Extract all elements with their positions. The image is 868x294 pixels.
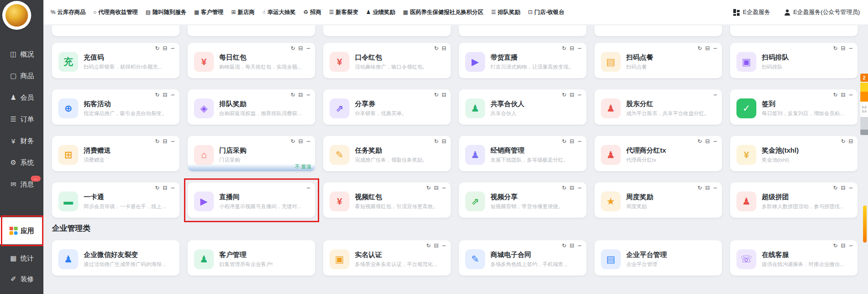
sync-icon[interactable]: ↻ — [833, 46, 838, 51]
sync-icon[interactable]: ↻ — [841, 139, 845, 144]
link-icon[interactable]: ∽ — [170, 185, 175, 191]
nav-item-12[interactable]: ⊡门店-收银台 — [528, 9, 565, 16]
print-icon[interactable]: ⊟ — [841, 46, 845, 51]
link-icon[interactable]: ∽ — [849, 185, 853, 191]
link-icon[interactable]: ∽ — [577, 185, 582, 191]
link-icon[interactable]: ∽ — [306, 185, 311, 191]
sync-icon[interactable]: ↻ — [426, 243, 431, 248]
app-card-带货直播[interactable]: ↻⊟∽▶带货直播打造沉浸式购物，让流量高效变现。 — [459, 43, 586, 78]
nav-item-10[interactable]: ▦医药养生保健报社兑换积分区 — [403, 9, 483, 16]
app-card-扫码排队[interactable]: ↻⊟∽▣扫码排队扫码排队 — [730, 43, 858, 78]
link-icon[interactable]: ∽ — [306, 92, 311, 98]
print-icon[interactable]: ⊟ — [570, 139, 574, 144]
link-icon[interactable]: ∽ — [713, 185, 717, 191]
sync-icon[interactable]: ↻ — [833, 185, 838, 191]
app-card-经销商管理[interactable]: ↻⊟∽♟经销商管理发展下线团队，多等级极差分红。 — [459, 136, 586, 171]
sync-icon[interactable]: ↻ — [155, 139, 160, 144]
print-icon[interactable]: ⊟ — [705, 46, 710, 51]
app-card-签到[interactable]: ↻⊟∽✓签到每日签到，反复到店，增加会员粘... — [730, 89, 858, 125]
sync-icon[interactable]: ↻ — [698, 139, 702, 144]
nav-item-5[interactable]: ⊞新店商 — [231, 9, 255, 16]
sidebar-item-应用[interactable]: 应用 — [0, 217, 43, 244]
print-icon[interactable]: ⊟ — [841, 92, 845, 98]
app-card-代理商分红tx[interactable]: ↻⊟∽♟代理商分红tx代理商分红tx — [594, 136, 722, 171]
sync-icon[interactable]: ↻ — [562, 92, 566, 98]
print-icon[interactable]: ⊟ — [570, 46, 574, 51]
sync-icon[interactable]: ↻ — [562, 243, 566, 248]
app-logo[interactable] — [2, 1, 31, 30]
app-card-企业微信好友裂变[interactable]: ♟企业微信好友裂变通过活动推广生成带推广码的海报... — [52, 240, 179, 275]
link-icon[interactable]: ∽ — [577, 139, 582, 144]
nav-item-11[interactable]: ☰排队奖励 — [491, 9, 520, 16]
sidebar-item-财务[interactable]: ¥财务 — [0, 132, 43, 150]
print-icon[interactable]: ⊟ — [163, 139, 167, 144]
sync-icon[interactable]: ↻ — [562, 185, 566, 191]
app-card-商城电子合同[interactable]: ↻⊟∽✎商城电子合同多场多角色线上签约，手机端查... — [459, 240, 586, 275]
app-card-每日红包[interactable]: ↻⊟∽¥每日红包购物返现，每天抢红包，实现全额... — [188, 43, 315, 78]
sync-icon[interactable]: ↻ — [155, 46, 160, 51]
print-icon[interactable]: ⊟ — [442, 46, 446, 51]
link-icon[interactable]: ∽ — [577, 92, 582, 98]
print-icon[interactable]: ⊟ — [298, 46, 303, 51]
link-icon[interactable]: ∽ — [849, 46, 853, 51]
app-card-充值码[interactable]: ↻⊟∽充充值码扫码立即锁客，获得积分/余额充... — [52, 43, 179, 78]
nav-item-7[interactable]: ♻招商 — [303, 9, 321, 16]
link-icon[interactable]: ∽ — [170, 139, 175, 144]
print-icon[interactable]: ⊟ — [298, 92, 303, 98]
print-icon[interactable]: ⊟ — [434, 243, 439, 248]
print-icon[interactable]: ⊟ — [163, 46, 167, 51]
link-icon[interactable]: ∽ — [170, 92, 175, 98]
pin-tag[interactable]: 不 置顶 — [295, 163, 311, 170]
link-icon[interactable]: ∽ — [849, 243, 853, 248]
app-card-奖金池(txhl)[interactable]: ↻⊟¥奖金池(txhl)奖金池(txhl) — [730, 136, 858, 171]
sync-icon[interactable]: ↻ — [155, 92, 160, 98]
app-card-视频分享[interactable]: ↻⊟∽⇗视频分享短视频营销，带货传播更便捷。 — [459, 182, 586, 218]
app-card-一卡通[interactable]: ↻⊟∽▬一卡通同步会员等级，一卡通在手，线上... — [52, 182, 179, 218]
sync-icon[interactable]: ↻ — [562, 46, 566, 51]
sync-icon[interactable]: ↻ — [833, 92, 838, 98]
app-card-分享券[interactable]: ↻⊟⇗分享券分享锁客，优惠买单。 — [323, 89, 451, 125]
app-card-共享合伙人[interactable]: ↻⊟∽♟共享合伙人共享合伙人 — [459, 89, 586, 125]
link-icon[interactable]: ∽ — [713, 92, 717, 98]
sidebar-item-消息[interactable]: ✉消息… — [0, 175, 43, 193]
sync-icon[interactable]: ↻ — [698, 185, 702, 191]
sidebar-item-概况[interactable]: ◫概况 — [0, 45, 43, 63]
app-card-企业平台管理[interactable]: ▤企业平台管理企业平台管理 — [594, 240, 722, 275]
app-card-任务奖励[interactable]: ↻⊟✎任务奖励完成推广任务，领取任务奖励。 — [323, 136, 451, 171]
print-icon[interactable]: ⊟ — [841, 243, 845, 248]
app-card-客户管理[interactable]: ♟客户管理归集管理所有企业客户! — [188, 240, 315, 275]
print-icon[interactable]: ⊟ — [442, 92, 446, 98]
app-card-口令红包[interactable]: ↻⊟¥口令红包活动趣味推广，输口令领红包。 — [323, 43, 451, 78]
account-menu[interactable]: E企盈服务(公众号管理员) — [784, 8, 860, 16]
app-card-排队奖励[interactable]: ↻⊟∽◈排队奖励自购获返现权益，推荐排队消费获... — [188, 89, 315, 125]
nav-item-2[interactable]: ○代理商收益管理 — [93, 9, 138, 16]
print-icon[interactable]: ⊟ — [570, 185, 574, 191]
nav-item-4[interactable]: ▦客户管理 — [194, 9, 223, 16]
app-card-消费赠送[interactable]: ↻⊟∽⊞消费赠送消费赠送 — [52, 136, 179, 171]
app-card-扫码点餐[interactable]: ↻⊟∽▤扫码点餐扫码点餐 — [594, 43, 722, 78]
print-icon[interactable]: ⊟ — [849, 139, 853, 144]
app-card-超级拼团[interactable]: ↻⊟∽♟超级拼团多阶梯人数拼团活动，参与拼团优... — [730, 182, 858, 218]
sync-icon[interactable]: ↻ — [291, 139, 295, 144]
sync-icon[interactable]: ↻ — [562, 139, 566, 144]
app-card-拓客活动[interactable]: ↻⊟∽⊕拓客活动指定爆品推广，吸引会员自动裂变。 — [52, 89, 179, 125]
print-icon[interactable]: ⊟ — [841, 185, 845, 191]
print-icon[interactable]: ⊟ — [705, 139, 710, 144]
sync-icon[interactable]: ↻ — [291, 46, 295, 51]
link-icon[interactable]: ∽ — [170, 46, 175, 51]
scrollbar-thumb[interactable] — [863, 205, 867, 243]
print-icon[interactable]: ⊟ — [163, 185, 167, 191]
sync-icon[interactable]: ↻ — [434, 139, 439, 144]
link-icon[interactable]: ∽ — [306, 46, 311, 51]
app-card-实名认证[interactable]: ↻⊟∽▣实名认证多场景业务实名认证，平台规范化... — [323, 240, 451, 275]
app-card-股东分红[interactable]: ∽♟股东分红成为平台股东，共享平台收益分红。 — [594, 89, 722, 125]
sidebar-item-商品[interactable]: ▢商品 — [0, 67, 43, 85]
link-icon[interactable]: ∽ — [713, 139, 717, 144]
print-icon[interactable]: ⊟ — [705, 185, 710, 191]
sidebar-item-装修[interactable]: ✐装修 — [0, 270, 43, 288]
print-icon[interactable]: ⊟ — [570, 243, 574, 248]
link-icon[interactable]: ∽ — [442, 243, 446, 248]
sync-icon[interactable]: ↻ — [833, 243, 838, 248]
nav-item-6[interactable]: ☝幸运大抽奖 — [262, 9, 296, 16]
sync-icon[interactable]: ↻ — [155, 185, 160, 191]
